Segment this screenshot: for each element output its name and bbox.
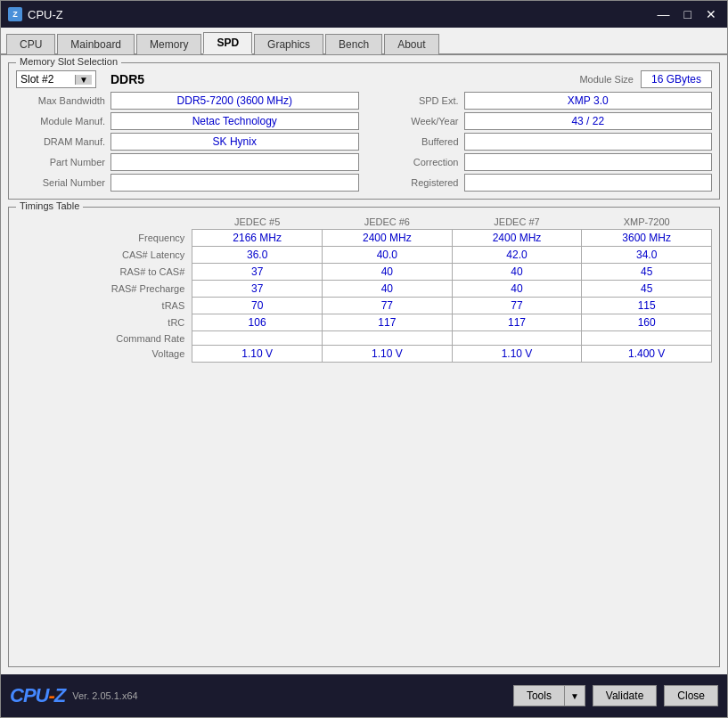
timings-cell-2-1: 40 (322, 264, 452, 281)
window-title: CPU-Z (28, 8, 63, 21)
timings-row-label-1: CAS# Latency (16, 247, 192, 264)
tab-cpu[interactable]: CPU (6, 34, 55, 54)
timings-cell-3-3: 45 (582, 281, 712, 298)
timings-table: JEDEC #5 JEDEC #6 JEDEC #7 XMP-7200 Freq… (16, 215, 712, 363)
timings-row-5: tRC106117117160 (16, 314, 712, 331)
timings-cell-6-3 (582, 331, 712, 346)
validate-button[interactable]: Validate (593, 685, 657, 706)
tools-dropdown-arrow[interactable]: ▼ (565, 685, 585, 706)
title-bar-left: Z CPU-Z (8, 7, 63, 21)
timings-cell-0-2: 2400 MHz (452, 230, 582, 247)
tab-bench[interactable]: Bench (325, 34, 382, 54)
col-jedec5-header: JEDEC #5 (192, 215, 323, 230)
registered-row: Registered (370, 174, 713, 192)
timings-row-label-4: tRAS (16, 298, 192, 314)
memory-slot-group-title: Memory Slot Selection (16, 56, 121, 67)
module-size-label: Module Size (579, 74, 634, 85)
memory-slot-group: Memory Slot Selection Slot #2 ▼ DDR5 Mod… (8, 62, 720, 200)
timings-group: Timings Table JEDEC #5 JEDEC #6 JEDEC #7… (8, 207, 720, 667)
col-jedec6-header: JEDEC #6 (322, 215, 452, 230)
minimize-button[interactable]: — (654, 8, 674, 20)
timings-row-6: Command Rate (16, 331, 712, 346)
week-year-value: 43 / 22 (464, 112, 713, 130)
tools-button[interactable]: Tools (513, 685, 565, 706)
tab-spd[interactable]: SPD (203, 32, 252, 54)
module-manuf-label: Module Manuf. (16, 116, 105, 126)
timings-cell-2-2: 40 (452, 264, 582, 281)
timings-cell-1-1: 40.0 (322, 247, 452, 264)
tab-mainboard[interactable]: Mainboard (57, 34, 135, 54)
timings-cell-1-2: 42.0 (452, 247, 582, 264)
timings-cell-3-1: 40 (322, 281, 452, 298)
correction-row: Correction (370, 153, 713, 171)
serial-number-row: Serial Number (16, 174, 359, 192)
timings-row-label-5: tRC (16, 314, 192, 331)
tabs-bar: CPU Mainboard Memory SPD Graphics Bench … (1, 28, 727, 55)
timings-cell-6-0 (192, 331, 323, 346)
timings-cell-1-3: 34.0 (582, 247, 712, 264)
buffered-row: Buffered (370, 133, 713, 151)
timings-cell-7-1: 1.10 V (322, 346, 452, 363)
timings-cell-4-0: 70 (192, 298, 323, 314)
timings-row-7: Voltage1.10 V1.10 V1.10 V1.400 V (16, 346, 712, 363)
bottom-version: Ver. 2.05.1.x64 (72, 690, 506, 701)
timings-cell-7-3: 1.400 V (582, 346, 712, 363)
serial-number-value (110, 174, 359, 192)
info-right-col: SPD Ext. XMP 3.0 Week/Year 43 / 22 Buffe… (370, 92, 713, 192)
timings-row-2: RAS# to CAS#37404045 (16, 264, 712, 281)
timings-row-label-2: RAS# to CAS# (16, 264, 192, 281)
timings-row-label-7: Voltage (16, 346, 192, 363)
tab-memory[interactable]: Memory (136, 34, 201, 54)
timings-cell-0-0: 2166 MHz (192, 230, 323, 247)
timings-cell-5-1: 117 (322, 314, 452, 331)
timings-row-1: CAS# Latency36.040.042.034.0 (16, 247, 712, 264)
timings-group-title: Timings Table (16, 200, 83, 211)
buffered-value (464, 133, 713, 151)
timings-row-label-0: Frequency (16, 230, 192, 247)
part-number-value (110, 153, 359, 171)
maximize-button[interactable]: □ (681, 8, 695, 20)
close-button[interactable]: ✕ (702, 8, 720, 20)
bottom-bar: CPU-Z Ver. 2.05.1.x64 Tools ▼ Validate C… (1, 674, 727, 717)
main-content: Memory Slot Selection Slot #2 ▼ DDR5 Mod… (1, 55, 727, 674)
timings-cell-5-3: 160 (582, 314, 712, 331)
module-manuf-value: Netac Technology (110, 112, 359, 130)
timings-row-4: tRAS707777115 (16, 298, 712, 314)
slot-selector[interactable]: Slot #2 ▼ (16, 70, 96, 88)
timings-cell-6-2 (452, 331, 582, 346)
dram-manuf-row: DRAM Manuf. SK Hynix (16, 133, 359, 151)
slot-dropdown-arrow[interactable]: ▼ (75, 75, 92, 85)
app-icon: Z (8, 7, 22, 21)
timings-cell-7-0: 1.10 V (192, 346, 323, 363)
timings-cell-2-0: 37 (192, 264, 323, 281)
memory-type: DDR5 (110, 72, 144, 86)
col-label-header (16, 215, 192, 230)
tab-about[interactable]: About (384, 34, 438, 54)
tools-btn-group: Tools ▼ (513, 685, 585, 706)
slot-select-value: Slot #2 (20, 73, 75, 86)
max-bandwidth-value: DDR5-7200 (3600 MHz) (110, 92, 359, 110)
timings-cell-4-3: 115 (582, 298, 712, 314)
timings-cell-7-2: 1.10 V (452, 346, 582, 363)
dram-manuf-value: SK Hynix (110, 133, 359, 151)
title-bar: Z CPU-Z — □ ✕ (1, 1, 727, 28)
correction-label: Correction (370, 157, 459, 167)
timings-cell-4-2: 77 (452, 298, 582, 314)
week-year-row: Week/Year 43 / 22 (370, 112, 713, 130)
timings-cell-2-3: 45 (582, 264, 712, 281)
part-number-label: Part Number (16, 157, 105, 167)
correction-value (464, 153, 713, 171)
timings-cell-5-2: 117 (452, 314, 582, 331)
window-controls: — □ ✕ (654, 8, 720, 20)
registered-label: Registered (370, 177, 459, 188)
timings-row-label-6: Command Rate (16, 331, 192, 346)
spd-ext-value: XMP 3.0 (464, 92, 713, 110)
module-size-value: 16 GBytes (641, 70, 712, 88)
timings-cell-3-2: 40 (452, 281, 582, 298)
timings-cell-0-1: 2400 MHz (322, 230, 452, 247)
timings-header-row: JEDEC #5 JEDEC #6 JEDEC #7 XMP-7200 (16, 215, 712, 230)
dram-manuf-label: DRAM Manuf. (16, 136, 105, 147)
tab-graphics[interactable]: Graphics (254, 34, 323, 54)
close-bottom-button[interactable]: Close (664, 685, 718, 706)
serial-number-label: Serial Number (16, 177, 105, 188)
